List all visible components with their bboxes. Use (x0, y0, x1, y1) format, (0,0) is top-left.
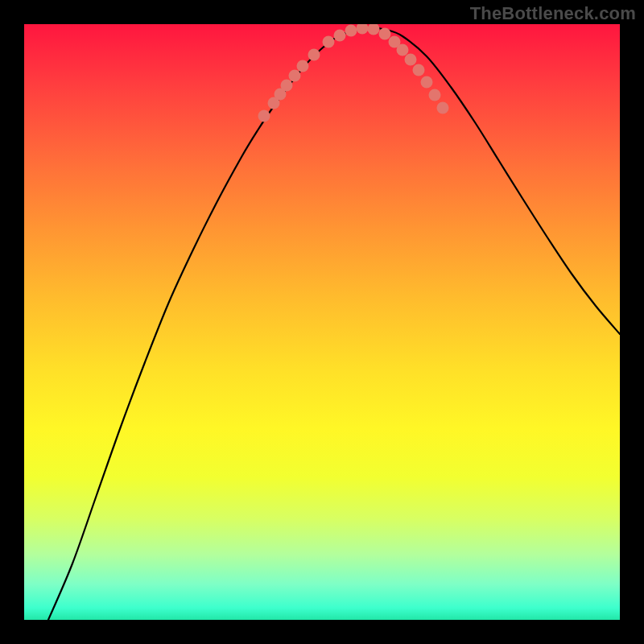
chart-frame: TheBottleneck.com (0, 0, 644, 644)
curve-marker (357, 24, 369, 35)
curve-marker (397, 44, 409, 56)
watermark-text: TheBottleneck.com (470, 3, 636, 24)
curve-marker (308, 49, 320, 61)
curve-marker (413, 64, 425, 76)
curve-marker (437, 102, 449, 114)
curve-marker (368, 24, 380, 35)
curve-marker (379, 28, 391, 40)
curve-svg (24, 24, 620, 620)
curve-marker (281, 80, 293, 92)
curve-marker (323, 36, 335, 48)
curve-marker (289, 70, 301, 82)
curve-dots (258, 24, 449, 122)
plot-area (24, 24, 620, 620)
curve-marker (345, 25, 357, 37)
bottleneck-curve (48, 28, 620, 620)
curve-marker (421, 76, 433, 89)
curve-marker (334, 30, 346, 42)
curve-marker (405, 54, 417, 66)
curve-marker (297, 60, 309, 72)
curve-marker (429, 89, 441, 101)
curve-marker (258, 110, 270, 122)
